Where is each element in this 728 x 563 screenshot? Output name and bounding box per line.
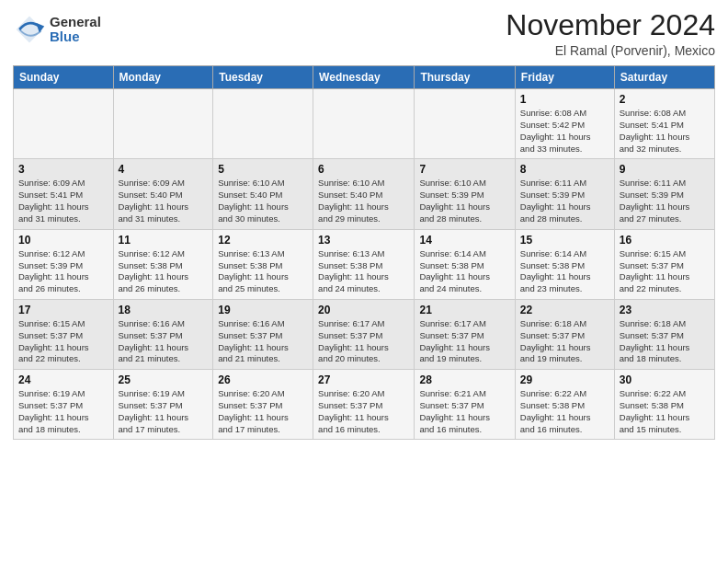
day-info: Sunrise: 6:09 AM Sunset: 5:41 PM Dayligh… xyxy=(18,178,108,224)
calendar-cell: 9Sunrise: 6:11 AM Sunset: 5:39 PM Daylig… xyxy=(614,159,714,229)
calendar-cell: 10Sunrise: 6:12 AM Sunset: 5:39 PM Dayli… xyxy=(14,229,114,299)
day-number: 1 xyxy=(520,93,609,106)
day-number: 3 xyxy=(18,163,108,176)
day-info: Sunrise: 6:12 AM Sunset: 5:39 PM Dayligh… xyxy=(18,248,108,295)
calendar-cell: 2Sunrise: 6:08 AM Sunset: 5:41 PM Daylig… xyxy=(614,89,714,159)
day-number: 17 xyxy=(18,304,108,316)
day-info: Sunrise: 6:17 AM Sunset: 5:37 PM Dayligh… xyxy=(318,318,409,365)
calendar-cell: 1Sunrise: 6:08 AM Sunset: 5:42 PM Daylig… xyxy=(515,89,614,159)
day-info: Sunrise: 6:21 AM Sunset: 5:37 PM Dayligh… xyxy=(419,388,509,435)
day-number: 29 xyxy=(520,373,609,386)
day-info: Sunrise: 6:15 AM Sunset: 5:37 PM Dayligh… xyxy=(620,248,710,295)
logo-general-text: General xyxy=(50,15,101,30)
day-info: Sunrise: 6:22 AM Sunset: 5:38 PM Dayligh… xyxy=(520,388,609,435)
day-info: Sunrise: 6:09 AM Sunset: 5:40 PM Dayligh… xyxy=(119,178,209,224)
day-number: 9 xyxy=(620,163,710,176)
calendar-cell: 17Sunrise: 6:15 AM Sunset: 5:37 PM Dayli… xyxy=(14,299,114,369)
calendar-cell xyxy=(415,89,515,159)
day-number: 18 xyxy=(119,304,209,316)
month-year-title: November 2024 xyxy=(506,9,715,41)
day-number: 20 xyxy=(318,304,409,316)
day-number: 28 xyxy=(419,373,509,386)
logo-blue-text: Blue xyxy=(50,29,101,45)
logo-text: General Blue xyxy=(50,15,101,45)
day-number: 13 xyxy=(318,234,409,247)
day-number: 16 xyxy=(620,234,710,247)
calendar-week-row: 17Sunrise: 6:15 AM Sunset: 5:37 PM Dayli… xyxy=(14,299,715,369)
day-number: 5 xyxy=(218,163,308,176)
calendar-header-sunday: Sunday xyxy=(14,66,114,89)
day-info: Sunrise: 6:19 AM Sunset: 5:37 PM Dayligh… xyxy=(18,388,108,435)
calendar-cell xyxy=(313,89,415,159)
day-number: 12 xyxy=(218,234,308,247)
calendar-week-row: 3Sunrise: 6:09 AM Sunset: 5:41 PM Daylig… xyxy=(14,159,715,229)
day-info: Sunrise: 6:16 AM Sunset: 5:37 PM Dayligh… xyxy=(218,318,308,365)
day-number: 23 xyxy=(620,304,710,316)
day-number: 30 xyxy=(620,373,710,386)
day-info: Sunrise: 6:19 AM Sunset: 5:37 PM Dayligh… xyxy=(119,388,209,435)
day-info: Sunrise: 6:11 AM Sunset: 5:39 PM Dayligh… xyxy=(620,178,710,224)
day-info: Sunrise: 6:10 AM Sunset: 5:39 PM Dayligh… xyxy=(419,178,509,224)
day-number: 11 xyxy=(119,234,209,247)
day-info: Sunrise: 6:20 AM Sunset: 5:37 PM Dayligh… xyxy=(218,388,308,435)
day-number: 26 xyxy=(218,373,308,386)
logo-icon xyxy=(13,13,46,46)
calendar-cell xyxy=(14,89,114,159)
day-info: Sunrise: 6:08 AM Sunset: 5:42 PM Dayligh… xyxy=(520,108,609,155)
calendar-cell: 8Sunrise: 6:11 AM Sunset: 5:39 PM Daylig… xyxy=(515,159,614,229)
day-info: Sunrise: 6:17 AM Sunset: 5:37 PM Dayligh… xyxy=(419,318,509,365)
calendar-table: SundayMondayTuesdayWednesdayThursdayFrid… xyxy=(13,65,715,440)
day-number: 22 xyxy=(520,304,609,316)
location-subtitle: El Ramal (Porvenir), Mexico xyxy=(506,43,715,58)
calendar-cell: 19Sunrise: 6:16 AM Sunset: 5:37 PM Dayli… xyxy=(213,299,313,369)
day-number: 27 xyxy=(318,373,409,386)
calendar-header-wednesday: Wednesday xyxy=(313,66,415,89)
day-number: 8 xyxy=(520,163,609,176)
day-info: Sunrise: 6:10 AM Sunset: 5:40 PM Dayligh… xyxy=(218,178,308,224)
calendar-cell: 23Sunrise: 6:18 AM Sunset: 5:37 PM Dayli… xyxy=(614,299,714,369)
day-number: 4 xyxy=(119,163,209,176)
calendar-cell: 6Sunrise: 6:10 AM Sunset: 5:40 PM Daylig… xyxy=(313,159,415,229)
calendar-week-row: 10Sunrise: 6:12 AM Sunset: 5:39 PM Dayli… xyxy=(14,229,715,299)
logo: General Blue xyxy=(13,13,101,46)
day-info: Sunrise: 6:14 AM Sunset: 5:38 PM Dayligh… xyxy=(520,248,609,295)
calendar-cell: 20Sunrise: 6:17 AM Sunset: 5:37 PM Dayli… xyxy=(313,299,415,369)
calendar-header-monday: Monday xyxy=(113,66,213,89)
calendar-cell: 30Sunrise: 6:22 AM Sunset: 5:38 PM Dayli… xyxy=(614,370,714,440)
day-number: 24 xyxy=(18,373,108,386)
calendar-body: 1Sunrise: 6:08 AM Sunset: 5:42 PM Daylig… xyxy=(14,89,715,440)
calendar-header-saturday: Saturday xyxy=(614,66,714,89)
day-number: 7 xyxy=(419,163,509,176)
calendar-header-tuesday: Tuesday xyxy=(213,66,313,89)
day-number: 14 xyxy=(419,234,509,247)
calendar-cell: 22Sunrise: 6:18 AM Sunset: 5:37 PM Dayli… xyxy=(515,299,614,369)
calendar-cell: 14Sunrise: 6:14 AM Sunset: 5:38 PM Dayli… xyxy=(415,229,515,299)
calendar-cell: 16Sunrise: 6:15 AM Sunset: 5:37 PM Dayli… xyxy=(614,229,714,299)
day-number: 2 xyxy=(620,93,710,106)
day-number: 15 xyxy=(520,234,609,247)
header: General Blue November 2024 El Ramal (Por… xyxy=(13,9,715,58)
calendar-cell xyxy=(113,89,213,159)
calendar-cell: 29Sunrise: 6:22 AM Sunset: 5:38 PM Dayli… xyxy=(515,370,614,440)
calendar-cell: 18Sunrise: 6:16 AM Sunset: 5:37 PM Dayli… xyxy=(113,299,213,369)
calendar-cell xyxy=(213,89,313,159)
day-info: Sunrise: 6:20 AM Sunset: 5:37 PM Dayligh… xyxy=(318,388,409,435)
day-info: Sunrise: 6:08 AM Sunset: 5:41 PM Dayligh… xyxy=(620,108,710,155)
day-info: Sunrise: 6:18 AM Sunset: 5:37 PM Dayligh… xyxy=(520,318,609,365)
day-number: 21 xyxy=(419,304,509,316)
calendar-week-row: 1Sunrise: 6:08 AM Sunset: 5:42 PM Daylig… xyxy=(14,89,715,159)
calendar-cell: 15Sunrise: 6:14 AM Sunset: 5:38 PM Dayli… xyxy=(515,229,614,299)
calendar-cell: 7Sunrise: 6:10 AM Sunset: 5:39 PM Daylig… xyxy=(415,159,515,229)
day-number: 10 xyxy=(18,234,108,247)
calendar-cell: 26Sunrise: 6:20 AM Sunset: 5:37 PM Dayli… xyxy=(213,370,313,440)
day-info: Sunrise: 6:15 AM Sunset: 5:37 PM Dayligh… xyxy=(18,318,108,365)
calendar-cell: 5Sunrise: 6:10 AM Sunset: 5:40 PM Daylig… xyxy=(213,159,313,229)
calendar-cell: 21Sunrise: 6:17 AM Sunset: 5:37 PM Dayli… xyxy=(415,299,515,369)
day-info: Sunrise: 6:13 AM Sunset: 5:38 PM Dayligh… xyxy=(218,248,308,295)
day-info: Sunrise: 6:14 AM Sunset: 5:38 PM Dayligh… xyxy=(419,248,509,295)
day-number: 19 xyxy=(218,304,308,316)
calendar-cell: 3Sunrise: 6:09 AM Sunset: 5:41 PM Daylig… xyxy=(14,159,114,229)
day-info: Sunrise: 6:11 AM Sunset: 5:39 PM Dayligh… xyxy=(520,178,609,224)
calendar-cell: 11Sunrise: 6:12 AM Sunset: 5:38 PM Dayli… xyxy=(113,229,213,299)
day-number: 25 xyxy=(119,373,209,386)
